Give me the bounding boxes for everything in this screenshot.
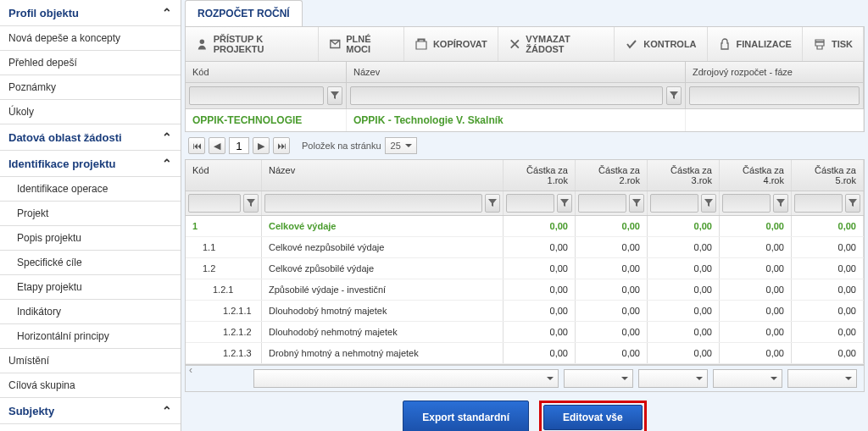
column-filter-input[interactable] <box>264 194 482 213</box>
table-cell: 0,00 <box>504 279 576 300</box>
pager-next-button[interactable]: ▶ <box>253 137 270 154</box>
filter-funnel-icon[interactable] <box>557 194 572 213</box>
edit-all-button[interactable]: Editovat vše <box>543 405 643 430</box>
filter-input-zdroj[interactable] <box>689 86 860 105</box>
sidebar-item[interactable]: Cílová skupina <box>0 373 181 398</box>
toolbar-button[interactable]: KONTROLA <box>615 27 707 61</box>
sidebar-profile-label: Profil objektu <box>8 7 79 19</box>
table-cell: 0,00 <box>576 343 648 363</box>
tab-bar: ROZPOČET ROČNÍ <box>181 0 868 26</box>
sidebar-item[interactable]: Úkoly <box>0 100 181 124</box>
footer-dropdown[interactable] <box>713 369 782 388</box>
footer-dropdown[interactable] <box>253 369 559 388</box>
filter-input-nazev[interactable] <box>350 86 663 105</box>
sidebar-data-area-header[interactable]: Datová oblast žádosti ⌃ <box>0 124 181 151</box>
print-icon <box>813 37 826 51</box>
sidebar-item[interactable]: Projekt <box>0 202 181 226</box>
table-cell: 0,00 <box>720 258 792 279</box>
toolbar-button[interactable]: TISK <box>803 27 864 61</box>
table-row[interactable]: 1Celkové výdaje0,000,000,000,000,00 <box>186 216 864 237</box>
sidebar-item[interactable]: Poznámky <box>0 75 181 100</box>
table-row[interactable]: 1.2.1.1Dlouhodobý hmotný majetek0,000,00… <box>186 301 864 322</box>
column-filter-input[interactable] <box>506 194 554 213</box>
filter-funnel-icon[interactable] <box>629 194 644 213</box>
tab-annual-budget[interactable]: ROZPOČET ROČNÍ <box>185 0 303 26</box>
lock-icon <box>718 37 732 51</box>
table-row[interactable]: 1.2.1.3Drobný hmotný a nehmotný majetek0… <box>186 343 864 364</box>
top-row-zdroj[interactable] <box>686 109 864 131</box>
column-filter-input[interactable] <box>794 194 843 213</box>
table-cell: 0,00 <box>792 258 864 279</box>
table-cell: 0,00 <box>576 279 648 300</box>
table-row[interactable]: 1.2Celkové způsobilé výdaje0,000,000,000… <box>186 258 864 279</box>
chevron-up-icon: ⌃ <box>162 157 172 170</box>
table-cell: Celkové výdaje <box>262 216 504 236</box>
pager-first-button[interactable]: ⏮ <box>188 137 205 154</box>
sidebar-item[interactable]: Specifické cíle <box>0 251 181 275</box>
table-cell: 0,00 <box>648 216 720 236</box>
column-header[interactable]: Částka za 3.rok <box>648 160 720 191</box>
column-filter-input[interactable] <box>722 194 771 213</box>
horizontal-scrollbar[interactable] <box>185 365 865 366</box>
sidebar-subjects-header[interactable]: Subjekty ⌃ <box>0 398 181 424</box>
toolbar: PŘÍSTUP K PROJEKTUPLNÉ MOCIKOPÍROVATVYMA… <box>185 26 865 62</box>
filter-funnel-icon[interactable] <box>485 194 500 213</box>
filter-funnel-icon[interactable] <box>845 194 860 213</box>
filter-funnel-icon[interactable] <box>666 86 682 105</box>
toolbar-button[interactable]: KOPÍROVAT <box>404 27 498 61</box>
filter-funnel-icon[interactable] <box>327 86 342 105</box>
column-header[interactable]: Částka za 4.rok <box>720 160 792 191</box>
toolbar-button[interactable]: VYMAZAT ŽÁDOST <box>498 27 615 61</box>
sidebar-item[interactable]: Etapy projektu <box>0 275 181 300</box>
filter-input-kod[interactable] <box>189 86 324 105</box>
column-filter-input[interactable] <box>650 194 698 213</box>
table-row[interactable]: 1.1Celkové nezpůsobilé výdaje0,000,000,0… <box>186 237 864 258</box>
column-header[interactable]: Částka za 2.rok <box>576 160 648 191</box>
column-header[interactable]: Kód <box>186 160 262 191</box>
top-head-nazev[interactable]: Název <box>347 62 686 82</box>
filter-funnel-icon[interactable] <box>701 194 716 213</box>
top-row-kod[interactable]: OPPIK-TECHNOLOGIE <box>186 109 347 131</box>
sidebar-item[interactable]: Horizontální principy <box>0 324 181 349</box>
sidebar-item[interactable]: Nová depeše a koncepty <box>0 26 181 51</box>
sidebar-item[interactable]: Popis projektu <box>0 226 181 251</box>
footer-dropdown[interactable] <box>564 369 633 388</box>
export-standard-button[interactable]: Export standardní <box>403 401 529 431</box>
pager-page-input[interactable] <box>229 137 249 154</box>
table-cell: 0,00 <box>792 216 864 236</box>
top-row-nazev[interactable]: OPPIK - Technologie V. Skalník <box>347 109 686 131</box>
sidebar-ident-header[interactable]: Identifikace projektu ⌃ <box>0 151 181 177</box>
sidebar-item[interactable]: Identifikace operace <box>0 177 181 202</box>
table-cell: 0,00 <box>720 322 792 342</box>
sidebar-item[interactable]: Přehled depeší <box>0 51 181 75</box>
toolbar-button[interactable]: PLNÉ MOCI <box>319 27 404 61</box>
footer-dropdowns <box>185 366 865 392</box>
main-area: ROZPOČET ROČNÍ PŘÍSTUP K PROJEKTUPLNÉ MO… <box>181 0 868 431</box>
footer-dropdown[interactable] <box>638 369 708 388</box>
sidebar-item[interactable]: Umístění <box>0 349 181 373</box>
sidebar-profile-header[interactable]: Profil objektu ⌃ <box>0 0 181 26</box>
pager-size-select[interactable]: 25 <box>385 137 417 154</box>
column-filter-input[interactable] <box>578 194 626 213</box>
pager-prev-button[interactable]: ◀ <box>209 137 225 154</box>
column-header[interactable]: Název <box>262 160 504 191</box>
pager-last-button[interactable]: ⏭ <box>273 137 290 154</box>
top-head-zdroj[interactable]: Zdrojový rozpočet - fáze <box>686 62 864 82</box>
table-row[interactable]: 1.2.1Způsobilé výdaje - investiční0,000,… <box>186 279 864 301</box>
sidebar-item[interactable]: Indikátory <box>0 300 181 324</box>
toolbar-button[interactable]: FINALIZACE <box>708 27 803 61</box>
footer-dropdown[interactable] <box>787 369 857 388</box>
filter-funnel-icon[interactable] <box>243 194 259 213</box>
data-grid: KódNázevČástka za 1.rokČástka za 2.rokČá… <box>185 159 865 365</box>
toolbar-button[interactable]: PŘÍSTUP K PROJEKTU <box>186 27 319 61</box>
column-header[interactable]: Částka za 1.rok <box>504 160 576 191</box>
table-row[interactable]: 1.2.1.2Dlouhodobý nehmotný majetek0,000,… <box>186 322 864 343</box>
top-head-kod[interactable]: Kód <box>186 62 347 82</box>
column-filter-input[interactable] <box>188 194 241 213</box>
filter-funnel-icon[interactable] <box>773 194 788 213</box>
chevron-up-icon: ⌃ <box>162 6 172 19</box>
column-header[interactable]: Částka za 5.rok <box>792 160 864 191</box>
sidebar-item[interactable]: Subjekty projektu <box>0 424 181 431</box>
table-cell: 1.2.1.2 <box>186 322 262 342</box>
table-cell: 1.2.1 <box>186 279 262 300</box>
